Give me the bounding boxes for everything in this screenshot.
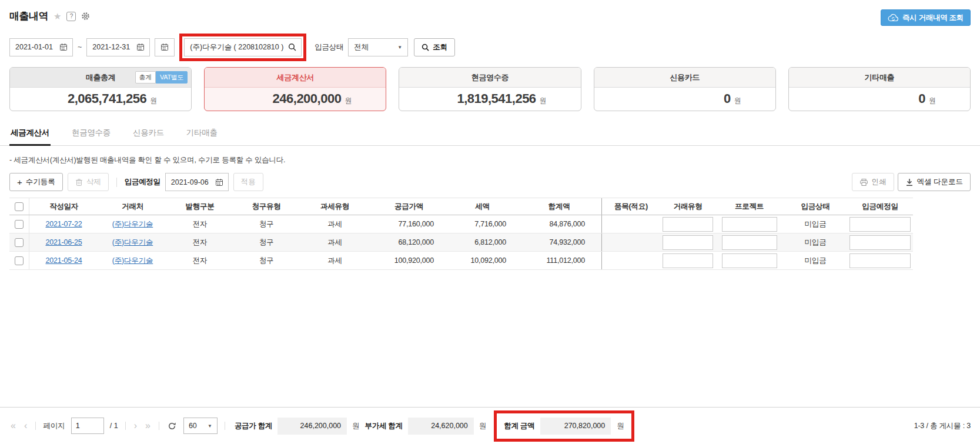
row-deposit-due-input[interactable] xyxy=(849,217,911,232)
sales-table: 작성일자 거래처 발행구분 청구유형 과세유형 공급가액 세액 합계액 품목(적… xyxy=(9,198,913,270)
row-issue-type: 전자 xyxy=(167,252,233,269)
apply-button[interactable]: 적용 xyxy=(233,173,263,191)
card-credit-card[interactable]: 신용카드 0 원 xyxy=(594,67,776,111)
favorite-star-icon[interactable]: ★ xyxy=(53,12,61,21)
delete-label: 삭제 xyxy=(86,177,101,187)
row-deal-type-input[interactable] xyxy=(663,253,713,268)
card-cash-receipt[interactable]: 현금영수증 1,819,541,256 원 xyxy=(399,67,581,111)
row-checkbox[interactable] xyxy=(15,256,24,265)
first-page-button[interactable]: « xyxy=(9,421,17,430)
last-page-button[interactable]: » xyxy=(144,421,152,430)
search-button-label: 조회 xyxy=(433,42,447,52)
page-size-select[interactable]: 60 ▼ xyxy=(183,418,218,434)
col-header-tax-amount[interactable]: 세액 xyxy=(448,198,517,215)
settings-gear-icon[interactable] xyxy=(81,12,90,21)
search-icon[interactable] xyxy=(288,43,296,51)
row-project-input[interactable] xyxy=(722,217,777,232)
row-supply-amount: 100,920,000 xyxy=(370,252,448,269)
calendar-icon[interactable] xyxy=(59,43,68,51)
date-from-input[interactable] xyxy=(9,38,73,56)
row-deal-type-input[interactable] xyxy=(663,217,713,232)
card-amount: 0 xyxy=(724,91,731,106)
search-button[interactable]: 조회 xyxy=(414,38,455,56)
badge-vat-excluded[interactable]: VAT별도 xyxy=(156,71,188,84)
help-icon[interactable]: ? xyxy=(66,12,76,21)
page-title: 매출내역 xyxy=(9,9,48,23)
col-header-deal-type[interactable]: 거래유형 xyxy=(660,198,715,215)
row-deposit-due-input[interactable] xyxy=(849,253,911,268)
grand-total-annotation-box: 합계 금액 270,820,000 원 xyxy=(494,410,634,442)
col-header-project[interactable]: 프로젝트 xyxy=(715,198,783,215)
row-client-link[interactable]: (주)다우기술 xyxy=(112,219,153,229)
deposit-status-select[interactable]: 전체 ▼ xyxy=(348,38,408,56)
delete-button[interactable]: 삭제 xyxy=(68,173,109,191)
row-client-link[interactable]: (주)다우기술 xyxy=(112,256,153,266)
row-supply-amount: 68,120,000 xyxy=(370,233,448,251)
row-date-link[interactable]: 2021-07-22 xyxy=(46,220,82,228)
col-header-date[interactable]: 작성일자 xyxy=(29,198,98,215)
totals-summary: 공급가 합계 246,200,000 원 부가세 합계 24,620,000 원… xyxy=(235,410,634,442)
calendar-icon[interactable] xyxy=(136,43,145,51)
badge-total[interactable]: 총계 xyxy=(135,71,156,84)
footer-divider xyxy=(35,422,36,430)
prev-page-button[interactable]: ‹ xyxy=(23,421,28,430)
card-title: 매출총계 xyxy=(86,72,116,83)
row-item xyxy=(601,233,660,251)
printer-icon xyxy=(859,178,868,186)
table-row: 2021-06-25 (주)다우기술 전자 청구 과세 68,120,000 6… xyxy=(9,233,913,252)
next-page-button[interactable]: › xyxy=(133,421,138,430)
col-header-deposit-status[interactable]: 입금상태 xyxy=(783,198,848,215)
vat-total-label: 부가세 합계 xyxy=(365,421,403,431)
filter-row: ~ 입금상태 전체 ▼ xyxy=(9,33,971,61)
detail-tabs: 세금계산서 현금영수증 신용카드 기타매출 xyxy=(0,123,980,146)
page-number-input[interactable] xyxy=(71,418,104,434)
tab-cash-receipt[interactable]: 현금영수증 xyxy=(71,123,112,145)
deposit-status-label: 입금상태 xyxy=(315,42,343,52)
col-header-supply-amount[interactable]: 공급가액 xyxy=(370,198,448,215)
footer-divider xyxy=(159,422,159,430)
search-annotation-box xyxy=(179,34,306,61)
row-project-input[interactable] xyxy=(722,253,777,268)
tab-other-sales[interactable]: 기타매출 xyxy=(185,123,219,145)
instant-transaction-query-button[interactable]: 즉시 거래내역 조회 xyxy=(881,9,971,26)
card-tax-invoice[interactable]: 세금계산서 246,200,000 원 xyxy=(204,67,386,111)
row-date-link[interactable]: 2021-05-24 xyxy=(46,256,82,265)
refresh-button[interactable] xyxy=(166,422,178,430)
card-sales-total: 매출총계 총계 VAT별도 2,065,741,256 원 xyxy=(9,67,192,111)
excel-download-button[interactable]: 엑셀 다운로드 xyxy=(898,173,971,191)
summary-cards: 매출총계 총계 VAT별도 2,065,741,256 원 세금계산서 246,… xyxy=(9,67,971,111)
row-deposit-due-input[interactable] xyxy=(849,235,911,250)
row-client-link[interactable]: (주)다우기술 xyxy=(112,238,153,248)
manual-register-button[interactable]: + 수기등록 xyxy=(9,173,63,191)
print-button[interactable]: 인쇄 xyxy=(852,173,894,191)
col-header-tax-type[interactable]: 과세유형 xyxy=(300,198,370,215)
col-header-billing-type[interactable]: 청구유형 xyxy=(233,198,300,215)
chevron-down-icon: ▼ xyxy=(208,423,212,429)
card-amount: 2,065,741,256 xyxy=(68,91,146,106)
grid-toolbar: + 수기등록 삭제 입금예정일 적용 인쇄 xyxy=(9,173,971,191)
page-total: / 1 xyxy=(110,422,118,430)
tab-tax-invoice[interactable]: 세금계산서 xyxy=(9,123,51,146)
row-checkbox[interactable] xyxy=(15,220,24,229)
calendar-picker-button[interactable] xyxy=(155,38,175,56)
client-search-input[interactable] xyxy=(184,38,302,56)
col-header-issue-type[interactable]: 발행구분 xyxy=(167,198,233,215)
deposit-due-date-input[interactable] xyxy=(165,173,229,191)
col-header-total-amount[interactable]: 합계액 xyxy=(517,198,601,215)
card-other-sales[interactable]: 기타매출 0 원 xyxy=(788,67,971,111)
row-date-link[interactable]: 2021-06-25 xyxy=(46,238,82,246)
tab-credit-card[interactable]: 신용카드 xyxy=(132,123,165,145)
select-all-checkbox[interactable] xyxy=(15,202,24,211)
card-title: 신용카드 xyxy=(670,72,700,83)
col-header-item[interactable]: 품목(적요) xyxy=(601,198,660,215)
row-checkbox[interactable] xyxy=(15,238,24,247)
col-header-deposit-due[interactable]: 입금예정일 xyxy=(848,198,912,215)
col-header-client[interactable]: 거래처 xyxy=(98,198,167,215)
calendar-icon[interactable] xyxy=(215,178,223,186)
sales-history-page: 매출내역 ★ ? 즉시 거래내역 조회 xyxy=(0,0,980,444)
chevron-down-icon: ▼ xyxy=(397,45,402,50)
date-to-input[interactable] xyxy=(86,38,150,56)
row-deal-type-input[interactable] xyxy=(663,235,713,250)
row-project-input[interactable] xyxy=(722,235,777,250)
toolbar-divider xyxy=(116,178,117,187)
